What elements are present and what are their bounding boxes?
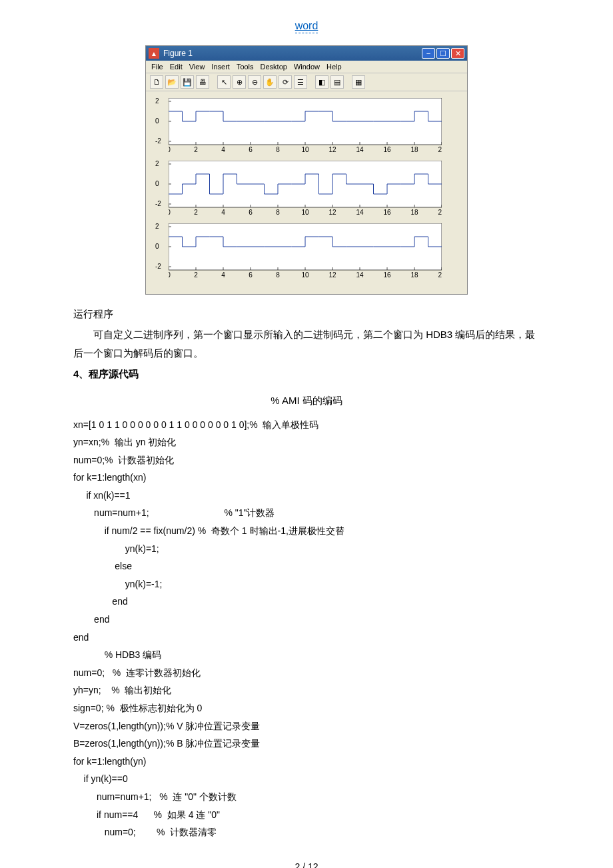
window-controls: − ☐ ✕	[422, 48, 464, 59]
close-button[interactable]: ✕	[451, 48, 464, 59]
open-icon[interactable]: 📂	[165, 75, 179, 89]
desc-text: 可自定义二进制序列，第一个窗口显示所输入的二进制码元，第二个窗口为 HDB3 编…	[73, 325, 540, 363]
y-tick-label: 0	[155, 117, 159, 125]
code-block: xn=[1 0 1 1 0 0 0 0 0 0 1 1 0 0 0 0 0 0 …	[73, 416, 540, 841]
svg-text:20: 20	[438, 209, 442, 216]
menu-file[interactable]: File	[151, 63, 163, 71]
svg-text:2: 2	[194, 209, 198, 216]
y-tick-label: 2	[155, 223, 159, 230]
y-tick-label: 0	[155, 243, 159, 250]
svg-text:4: 4	[221, 146, 225, 153]
section-title: 4、程序源代码	[73, 365, 540, 384]
svg-text:0: 0	[169, 271, 171, 279]
toolbar: 🗋 📂 💾 🖶 ↖ ⊕ ⊖ ✋ ⟳ ☰ ◧ ▤ ▦	[146, 73, 467, 91]
subplot-3: -20202468101214161820	[153, 223, 455, 279]
maximize-button[interactable]: ☐	[436, 48, 450, 59]
svg-text:18: 18	[410, 209, 418, 216]
menubar: File Edit View Insert Tools Desktop Wind…	[146, 61, 467, 73]
code-title: % AMI 码的编码	[73, 391, 540, 411]
svg-text:18: 18	[410, 271, 418, 279]
plot-area: -20202468101214161820-202024681012141618…	[146, 91, 467, 294]
svg-text:18: 18	[410, 146, 418, 153]
run-text: 运行程序	[73, 305, 540, 324]
svg-text:10: 10	[301, 271, 309, 279]
titlebar: ▲ Figure 1 − ☐ ✕	[146, 46, 467, 61]
save-icon[interactable]: 💾	[181, 75, 194, 89]
svg-text:12: 12	[328, 146, 336, 153]
rotate-icon[interactable]: ⟳	[279, 75, 292, 89]
svg-text:4: 4	[221, 271, 225, 279]
svg-text:20: 20	[438, 146, 442, 153]
window-title: Figure 1	[163, 49, 193, 58]
svg-text:0: 0	[169, 209, 171, 216]
matlab-icon: ▲	[149, 48, 159, 59]
menu-edit[interactable]: Edit	[170, 63, 183, 71]
header-word-text: word	[295, 20, 318, 33]
y-tick-label: -2	[155, 200, 161, 207]
svg-text:16: 16	[383, 146, 391, 153]
y-tick-label: 2	[155, 97, 159, 105]
svg-text:6: 6	[249, 209, 253, 216]
header-link: word	[73, 20, 540, 32]
zoom-in-icon[interactable]: ⊕	[233, 75, 246, 89]
menu-view[interactable]: View	[189, 63, 205, 71]
svg-text:8: 8	[276, 271, 280, 279]
svg-text:2: 2	[194, 146, 198, 153]
minimize-button[interactable]: −	[422, 48, 435, 59]
print-icon[interactable]: 🖶	[196, 75, 209, 89]
subplot-2: -20202468101214161820	[153, 161, 455, 217]
insert-legend-icon[interactable]: ▤	[330, 75, 344, 89]
insert-colorbar-icon[interactable]: ◧	[315, 75, 328, 89]
svg-text:16: 16	[383, 271, 391, 279]
svg-text:10: 10	[301, 209, 309, 216]
subplot-1: -20202468101214161820	[153, 98, 455, 154]
datatip-icon[interactable]: ☰	[294, 75, 307, 89]
zoom-out-icon[interactable]: ⊖	[248, 75, 261, 89]
menu-window[interactable]: Window	[294, 63, 320, 71]
y-tick-label: 0	[155, 180, 159, 187]
svg-text:10: 10	[301, 146, 309, 153]
menu-desktop[interactable]: Desktop	[261, 63, 287, 71]
menu-help[interactable]: Help	[326, 63, 342, 71]
svg-text:0: 0	[169, 146, 171, 153]
svg-text:12: 12	[328, 271, 336, 279]
new-icon[interactable]: 🗋	[150, 75, 163, 89]
svg-text:4: 4	[221, 209, 225, 216]
svg-text:12: 12	[328, 209, 336, 216]
svg-text:20: 20	[438, 271, 442, 279]
y-tick-label: 2	[155, 160, 159, 167]
svg-text:8: 8	[276, 209, 280, 216]
svg-text:14: 14	[356, 209, 364, 216]
svg-text:14: 14	[356, 271, 364, 279]
pan-icon[interactable]: ✋	[263, 75, 277, 89]
svg-text:6: 6	[249, 271, 253, 279]
hide-plot-tools-icon[interactable]: ▦	[352, 75, 365, 89]
menu-tools[interactable]: Tools	[237, 63, 254, 71]
svg-text:14: 14	[356, 146, 364, 153]
svg-text:8: 8	[276, 146, 280, 153]
pointer-icon[interactable]: ↖	[217, 75, 231, 89]
svg-text:2: 2	[194, 271, 198, 279]
svg-text:16: 16	[383, 209, 391, 216]
page-footer: 2 / 12	[73, 861, 540, 868]
y-tick-label: -2	[155, 263, 161, 270]
matlab-figure-window: ▲ Figure 1 − ☐ ✕ File Edit View Insert T…	[145, 45, 468, 295]
svg-text:6: 6	[249, 146, 253, 153]
menu-insert[interactable]: Insert	[211, 63, 230, 71]
y-tick-label: -2	[155, 137, 161, 145]
